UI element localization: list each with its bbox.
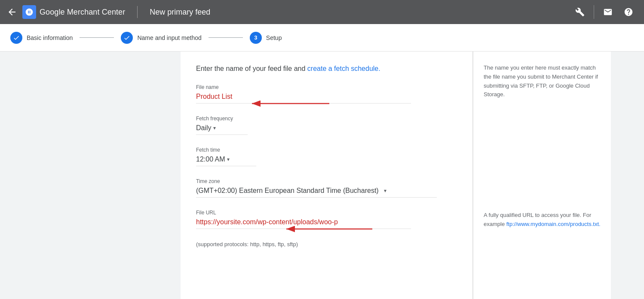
step-basic-info: Basic information bbox=[10, 32, 73, 44]
help-icon-button[interactable] bbox=[620, 3, 637, 21]
file-name-group: File name Product List bbox=[196, 84, 457, 104]
step-3-circle: 3 bbox=[250, 32, 262, 44]
fetch-frequency-label: Fetch frequency bbox=[196, 116, 457, 122]
step-name-input: Name and input method bbox=[121, 32, 201, 44]
wrench-icon-button[interactable] bbox=[571, 3, 589, 21]
main-content: Enter the name of your feed file and cre… bbox=[0, 52, 644, 299]
fetch-time-label: Fetch time bbox=[196, 147, 457, 153]
file-name-label: File name bbox=[196, 84, 457, 90]
fetch-time-arrow-icon: ▾ bbox=[227, 156, 230, 162]
fetch-frequency-group: Fetch frequency Daily ▾ bbox=[196, 116, 457, 135]
fetch-frequency-value: Daily bbox=[196, 124, 212, 132]
fetch-frequency-arrow-icon: ▾ bbox=[213, 125, 216, 131]
fetch-time-value: 12:00 AM bbox=[196, 156, 225, 163]
left-panel bbox=[0, 52, 181, 299]
header-vertical-divider bbox=[594, 5, 594, 19]
hint-link[interactable]: ftp://www.mydomain.com/products.txt. bbox=[506, 221, 601, 227]
fetch-frequency-dropdown[interactable]: Daily ▾ bbox=[196, 124, 248, 135]
time-zone-label: Time zone bbox=[196, 178, 457, 184]
section-heading: Enter the name of your feed file and cre… bbox=[196, 64, 457, 74]
header-actions bbox=[571, 3, 637, 21]
back-button[interactable] bbox=[7, 7, 17, 17]
page-title: New primary feed bbox=[150, 8, 210, 17]
step-connector-2 bbox=[209, 37, 243, 38]
file-name-value[interactable]: Product List bbox=[196, 93, 411, 104]
time-zone-value: (GMT+02:00) Eastern European Standard Ti… bbox=[196, 187, 379, 195]
step-setup: 3 Setup bbox=[250, 32, 282, 44]
step-3-label: Setup bbox=[266, 34, 282, 41]
header-left: Google Merchant Center New primary feed bbox=[7, 5, 210, 19]
right-panel: The name you enter here must exactly mat… bbox=[473, 52, 611, 299]
stepper: Basic information Name and input method … bbox=[0, 24, 644, 52]
mail-icon-button[interactable] bbox=[599, 3, 616, 21]
time-zone-dropdown[interactable]: (GMT+02:00) Eastern European Standard Ti… bbox=[196, 187, 437, 198]
app-header: Google Merchant Center New primary feed bbox=[0, 0, 644, 24]
logo-icon bbox=[22, 5, 36, 19]
fetch-time-dropdown[interactable]: 12:00 AM ▾ bbox=[196, 156, 256, 166]
step-2-circle bbox=[121, 32, 133, 44]
step-2-label: Name and input method bbox=[137, 34, 201, 41]
file-url-value[interactable]: https://yoursite.com/wp-content/uploads/… bbox=[196, 218, 411, 229]
fetch-time-group: Fetch time 12:00 AM ▾ bbox=[196, 147, 457, 166]
time-zone-arrow-icon: ▾ bbox=[384, 188, 386, 194]
center-panel: Enter the name of your feed file and cre… bbox=[181, 52, 473, 299]
step-1-circle bbox=[10, 32, 22, 44]
step-1-label: Basic information bbox=[27, 34, 73, 41]
file-name-hint: The name you enter here must exactly mat… bbox=[484, 64, 601, 99]
file-url-group: File URL https://yoursite.com/wp-content… bbox=[196, 210, 457, 229]
step-connector-1 bbox=[80, 37, 114, 38]
logo: Google Merchant Center bbox=[22, 5, 125, 19]
time-zone-group: Time zone (GMT+02:00) Eastern European S… bbox=[196, 178, 457, 198]
brand-name: Google Merchant Center bbox=[40, 8, 125, 17]
file-url-label: File URL bbox=[196, 210, 457, 216]
file-url-hint: A fully qualified URL to access your fil… bbox=[484, 211, 601, 229]
header-divider bbox=[137, 6, 138, 18]
protocols-text: (supported protocols: http, https, ftp, … bbox=[196, 241, 457, 247]
